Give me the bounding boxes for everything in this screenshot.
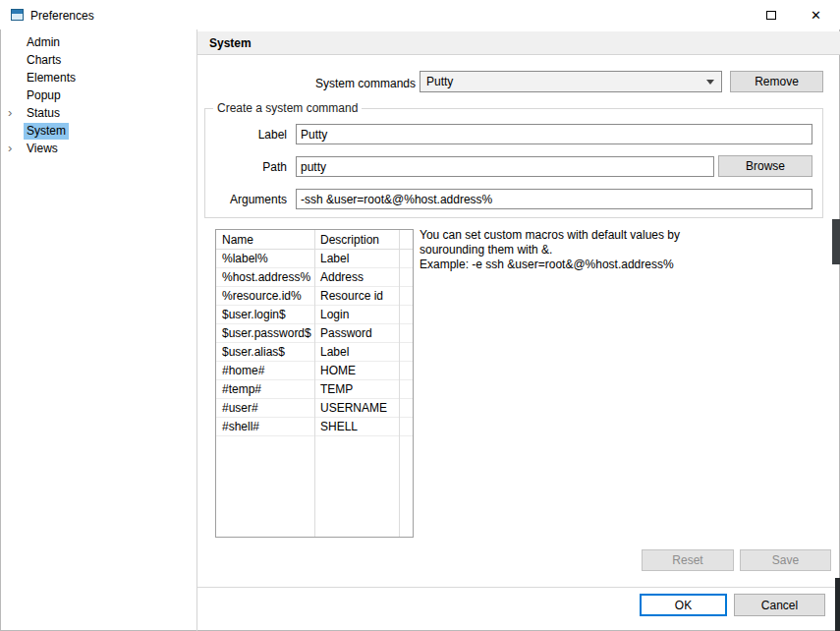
maximize-button[interactable] bbox=[749, 0, 793, 29]
dropdown-arrow-icon bbox=[706, 80, 714, 85]
arguments-field[interactable] bbox=[296, 189, 812, 209]
external-window-artifact bbox=[835, 578, 840, 631]
sidebar-item-elements[interactable]: Elements bbox=[0, 70, 196, 86]
table-column-divider bbox=[399, 230, 400, 537]
macro-description: HOME bbox=[314, 362, 399, 379]
macro-name: $user.password$ bbox=[216, 324, 314, 342]
help-line: Example: -e ssh &user=root&@%host.addres… bbox=[420, 258, 812, 272]
cancel-button[interactable]: Cancel bbox=[734, 594, 825, 616]
expander-icon[interactable]: › bbox=[8, 105, 20, 122]
sidebar-item-system[interactable]: System bbox=[0, 123, 196, 140]
sidebar-item-status[interactable]: › Status bbox=[0, 105, 196, 122]
window-title: Preferences bbox=[30, 9, 94, 23]
macro-name: #home# bbox=[216, 362, 314, 379]
close-icon: ✕ bbox=[811, 8, 821, 23]
system-commands-dropdown[interactable]: Putty bbox=[420, 71, 722, 92]
table-header-description: Description bbox=[314, 230, 399, 249]
label-field[interactable] bbox=[296, 124, 812, 144]
preferences-window: Preferences ✕ Admin Charts Elements Popu… bbox=[0, 0, 840, 631]
sidebar-item-label: Admin bbox=[24, 34, 63, 51]
macro-description: Login bbox=[314, 306, 399, 323]
reset-button[interactable]: Reset bbox=[642, 549, 734, 571]
macro-name: #shell# bbox=[216, 418, 314, 435]
sidebar-item-label: Popup bbox=[24, 87, 64, 104]
label-field-label: Label bbox=[226, 127, 287, 143]
macro-name: %resource.id% bbox=[216, 287, 314, 305]
help-line: You can set custom macros with default v… bbox=[420, 228, 812, 243]
path-field[interactable] bbox=[296, 156, 714, 177]
app-icon bbox=[11, 9, 24, 21]
maximize-icon bbox=[766, 11, 776, 20]
page-title: System bbox=[197, 31, 840, 55]
sidebar-item-label: Status bbox=[24, 105, 63, 122]
macro-description: Resource id bbox=[314, 287, 399, 305]
expander-icon[interactable]: › bbox=[8, 141, 20, 157]
macro-name: #temp# bbox=[216, 380, 314, 398]
sidebar-item-charts[interactable]: Charts bbox=[0, 52, 196, 69]
macro-name: $user.alias$ bbox=[216, 343, 314, 361]
system-commands-label: System commands bbox=[295, 76, 416, 91]
macro-description: Label bbox=[314, 250, 399, 267]
titlebar[interactable]: Preferences ✕ bbox=[0, 0, 840, 29]
arguments-field-label: Arguments bbox=[226, 192, 287, 207]
sidebar-item-popup[interactable]: Popup bbox=[0, 87, 196, 104]
macro-description: TEMP bbox=[314, 380, 399, 398]
sidebar-item-admin[interactable]: Admin bbox=[0, 34, 196, 51]
path-field-label: Path bbox=[226, 159, 287, 175]
browse-button[interactable]: Browse bbox=[718, 155, 812, 177]
system-commands-value: Putty bbox=[426, 75, 453, 88]
sidebar-item-label: Views bbox=[24, 141, 61, 157]
help-line: sourounding them with &. bbox=[420, 243, 812, 258]
macro-description: Password bbox=[314, 324, 399, 342]
sidebar-divider bbox=[196, 29, 197, 631]
macro-description: USERNAME bbox=[314, 399, 399, 417]
ok-button[interactable]: OK bbox=[640, 594, 727, 616]
sidebar-item-views[interactable]: › Views bbox=[0, 141, 196, 157]
remove-button[interactable]: Remove bbox=[730, 71, 823, 92]
group-legend: Create a system command bbox=[213, 101, 362, 115]
sidebar-item-label: Elements bbox=[24, 70, 79, 86]
sidebar-item-label: Charts bbox=[24, 52, 64, 69]
macros-table: Name Description %label% Label %host.add… bbox=[215, 229, 414, 538]
close-button[interactable]: ✕ bbox=[794, 0, 838, 29]
macro-description: SHELL bbox=[314, 418, 399, 435]
macro-description: Label bbox=[314, 343, 399, 361]
sidebar-item-label: System bbox=[24, 123, 69, 140]
macros-help-text: You can set custom macros with default v… bbox=[420, 228, 812, 272]
macro-name: %host.address% bbox=[216, 268, 314, 286]
footer-divider bbox=[197, 587, 840, 588]
table-header-name: Name bbox=[216, 230, 314, 249]
macro-name: %label% bbox=[216, 250, 314, 267]
table-column-divider bbox=[314, 230, 315, 537]
save-button[interactable]: Save bbox=[740, 549, 831, 571]
external-window-artifact bbox=[832, 219, 840, 264]
macro-name: $user.login$ bbox=[216, 306, 314, 323]
macro-name: #user# bbox=[216, 399, 314, 417]
macro-description: Address bbox=[314, 268, 399, 286]
